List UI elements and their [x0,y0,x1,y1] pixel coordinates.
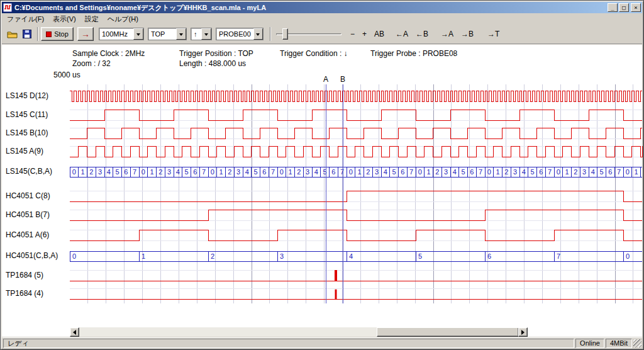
svg-text:0: 0 [349,168,353,176]
svg-text:7: 7 [479,168,482,176]
svg-text:0: 0 [72,168,76,176]
svg-text:4: 4 [349,252,353,260]
svg-text:4: 4 [176,168,180,176]
svg-text:2: 2 [158,168,162,176]
svg-text:6: 6 [539,168,543,176]
svg-text:4: 4 [314,168,318,176]
status-memory-badge: 4MBit [606,339,632,348]
channel-hc4051-c-8 [70,191,642,201]
svg-text:0: 0 [280,168,284,176]
channel-hc4051-a-6 [70,230,642,240]
svg-text:0: 0 [211,168,214,176]
svg-text:6: 6 [331,168,335,176]
arrow-right-icon [521,330,527,335]
svg-text:7: 7 [557,252,560,260]
app-window: C:¥Documents and Settings¥noname¥デスクトップ¥… [0,0,644,350]
svg-text:3: 3 [582,168,586,176]
svg-text:3: 3 [98,168,102,176]
scrollbar-thumb[interactable] [377,327,519,337]
waveform-plot[interactable]: 0123456701234567012345670123456701234567… [1,1,644,350]
scroll-right-button[interactable] [518,327,528,337]
svg-text:6: 6 [401,168,404,176]
signal-pulse [335,270,337,281]
svg-text:2: 2 [435,168,439,176]
svg-text:7: 7 [271,168,275,176]
svg-text:6: 6 [124,168,128,176]
svg-text:5: 5 [418,252,422,260]
svg-text:3: 3 [280,252,284,260]
svg-text:1: 1 [565,168,569,176]
svg-text:3: 3 [444,168,448,176]
svg-text:0: 0 [418,168,422,176]
svg-text:2: 2 [228,168,231,176]
channel-tp1684-5 [70,270,642,281]
svg-text:4: 4 [107,168,111,176]
svg-text:5: 5 [392,168,396,176]
svg-text:6: 6 [193,168,197,176]
svg-text:1: 1 [142,252,145,260]
svg-text:0: 0 [72,252,76,260]
arrow-left-icon [70,330,76,335]
channel-ls145-c-11 [70,110,642,120]
svg-text:4: 4 [591,168,595,176]
channel-ls145-c-b-a: 0123456701234567012345670123456701234567… [70,167,642,177]
svg-text:0: 0 [626,168,630,176]
svg-text:7: 7 [340,168,344,176]
svg-text:6: 6 [470,168,474,176]
svg-text:1: 1 [358,168,362,176]
signal-pulse [335,290,337,299]
channel-hc4051-b-7 [70,210,642,220]
svg-text:2: 2 [574,168,577,176]
svg-text:2: 2 [297,168,301,176]
status-ready-text: レディ [3,339,574,348]
svg-text:2: 2 [504,168,508,176]
waveform-grid [70,84,642,303]
svg-text:1: 1 [150,168,154,176]
svg-text:7: 7 [133,168,136,176]
svg-text:5: 5 [462,168,465,176]
svg-text:3: 3 [513,168,517,176]
channel-hc4051-c-b-a: 012345670 [70,251,642,261]
scroll-left-button[interactable] [70,327,79,337]
svg-text:6: 6 [487,252,491,260]
svg-text:7: 7 [617,168,621,176]
svg-text:1: 1 [81,168,85,176]
channel-ls145-a-9 [70,146,642,157]
svg-text:3: 3 [167,168,171,176]
svg-text:3: 3 [236,168,240,176]
svg-text:1: 1 [496,168,500,176]
cursor-lines[interactable] [326,84,343,303]
statusbar: レディ Online 4MBit [2,337,642,348]
svg-text:0: 0 [557,168,560,176]
svg-text:5: 5 [185,168,189,176]
svg-text:7: 7 [409,168,413,176]
svg-text:1: 1 [427,168,431,176]
horizontal-scrollbar[interactable] [70,327,528,337]
svg-text:2: 2 [366,168,370,176]
svg-text:6: 6 [608,168,612,176]
svg-text:1: 1 [219,168,223,176]
channel-tp1684-4 [70,290,642,299]
svg-text:3: 3 [306,168,309,176]
channel-ls145-b-10 [70,128,642,138]
svg-text:4: 4 [245,168,249,176]
svg-text:4: 4 [522,168,526,176]
svg-text:1: 1 [289,168,292,176]
svg-text:4: 4 [384,168,387,176]
svg-text:7: 7 [202,168,206,176]
svg-text:5: 5 [323,168,327,176]
svg-text:3: 3 [375,168,379,176]
svg-text:4: 4 [453,168,457,176]
svg-text:1: 1 [635,168,638,176]
svg-text:2: 2 [211,252,214,260]
svg-text:5: 5 [254,168,258,176]
status-online-badge: Online [575,339,604,348]
svg-text:0: 0 [626,252,630,260]
resize-grip[interactable] [633,339,641,347]
svg-text:0: 0 [487,168,491,176]
svg-text:2: 2 [89,168,93,176]
svg-text:0: 0 [142,168,145,176]
svg-text:5: 5 [531,168,535,176]
svg-text:5: 5 [600,168,604,176]
svg-text:5: 5 [116,168,119,176]
